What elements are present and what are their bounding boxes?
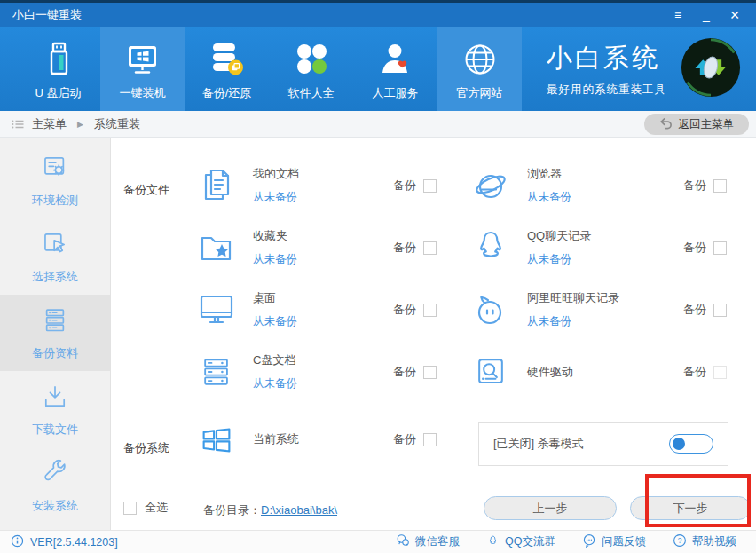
nav-tab-software[interactable]: 软件大全: [269, 27, 353, 111]
sidebar-item-download-file[interactable]: 下载文件: [0, 371, 110, 447]
windows-logo-icon: [195, 418, 238, 461]
backup-dir-label: 备份目录：: [203, 503, 261, 517]
antivirus-mode-box: [已关闭] 杀毒模式: [478, 422, 728, 466]
backup-checkbox[interactable]: [423, 366, 437, 379]
breadcrumb-separator-icon: ▶: [77, 120, 83, 129]
select-system-icon: [40, 229, 70, 262]
status-link-label: 微信客服: [415, 534, 460, 549]
svg-text:?: ?: [678, 536, 682, 545]
brand-subtitle: 最好用的系统重装工具: [547, 83, 666, 98]
backup-checkbox[interactable]: [713, 241, 727, 255]
env-check-icon: [40, 153, 70, 186]
item-subtitle: 从未备份: [253, 252, 297, 267]
list-menu-icon: [11, 117, 25, 131]
backup-label: 备份: [683, 240, 706, 256]
backup-label: 备份: [393, 364, 416, 380]
item-title: 收藏夹: [253, 228, 297, 244]
title-bar: 小白一键重装 ≡ _ ✕: [0, 0, 756, 27]
nav-tab-usb-boot[interactable]: U 盘启动: [16, 27, 100, 111]
brand-title: 小白系统: [547, 41, 666, 76]
browser-icon: [469, 164, 512, 207]
nav-tab-onekey-install[interactable]: 一键装机: [100, 27, 185, 111]
item-title: C盘文档: [253, 352, 297, 368]
file-section-label: 备份文件: [123, 182, 169, 198]
back-arrow-icon: [659, 116, 673, 132]
antivirus-toggle[interactable]: [669, 434, 713, 454]
backup-item-wangwang-chat: 阿里旺旺聊天记录从未备份 备份: [469, 285, 727, 335]
backup-label: 备份: [683, 178, 706, 194]
backup-item-current-system: 当前系统 备份: [195, 415, 437, 464]
wechat-support-link[interactable]: 微信客服: [396, 533, 460, 550]
c-drive-icon: [195, 351, 238, 393]
item-subtitle: 从未备份: [527, 252, 591, 267]
sidebar-item-label: 备份资料: [32, 345, 78, 361]
brand-logo-icon: [679, 36, 743, 103]
feedback-link[interactable]: 问题反馈: [582, 533, 646, 550]
next-step-button[interactable]: 下一步: [630, 496, 751, 520]
folder-star-icon: [195, 226, 238, 269]
nav-tab-backup-restore[interactable]: 备份/还原: [185, 27, 269, 111]
backup-checkbox[interactable]: [713, 179, 727, 193]
wechat-icon: [396, 533, 410, 550]
backup-checkbox[interactable]: [713, 304, 727, 317]
nav-tab-support[interactable]: 人工服务: [353, 27, 437, 111]
help-icon: ?: [673, 533, 687, 550]
select-all-label: 全选: [145, 500, 168, 516]
backup-label: 备份: [393, 240, 416, 256]
prev-step-button[interactable]: 上一步: [484, 496, 617, 520]
nav-tab-label: 人工服务: [373, 85, 419, 101]
step-sidebar: 环境检测 选择系统 备份资料 下载文件: [0, 138, 111, 530]
info-icon: [11, 534, 24, 550]
sidebar-item-backup-data[interactable]: 备份资料: [0, 295, 110, 371]
backup-label: 备份: [393, 178, 416, 194]
feedback-icon: [582, 533, 596, 550]
backup-item-qq-chat: QQ聊天记录从未备份 备份: [469, 223, 727, 273]
item-subtitle: 从未备份: [253, 314, 297, 329]
menu-icon[interactable]: ≡: [669, 6, 687, 24]
back-to-main-menu-button[interactable]: 返回主菜单: [644, 114, 750, 135]
qq-group-link[interactable]: QQ交流群: [486, 533, 555, 550]
backup-label: 备份: [393, 302, 416, 318]
window-title: 小白一键重装: [12, 7, 82, 23]
backup-checkbox[interactable]: [423, 241, 437, 255]
nav-tab-official-site[interactable]: 官方网站: [437, 27, 522, 111]
sidebar-item-install-system[interactable]: 安装系统: [0, 447, 110, 524]
install-system-icon: [40, 458, 70, 491]
backup-item-favorites: 收藏夹从未备份 备份: [195, 223, 437, 273]
backup-item-c-drive-docs: C盘文档从未备份 备份: [195, 347, 437, 397]
item-title: QQ聊天记录: [527, 228, 591, 244]
hardware-driver-icon: [469, 351, 512, 393]
close-icon[interactable]: ✕: [726, 6, 744, 24]
top-nav: U 盘启动 一键装机 备份/还原 软件大全 人工服务: [0, 27, 756, 111]
help-video-link[interactable]: ? 帮助视频: [673, 533, 736, 550]
qq-penguin-icon: [469, 226, 512, 269]
download-file-icon: [40, 382, 70, 415]
sidebar-item-label: 下载文件: [32, 422, 78, 438]
app-window: 小白一键重装 ≡ _ ✕ U 盘启动 一键装机 备份/还原: [0, 0, 756, 553]
item-title: 桌面: [253, 290, 297, 306]
backup-dir-link[interactable]: D:\xiaobai\bak\: [261, 503, 337, 517]
globe-icon: [461, 40, 500, 79]
backup-checkbox[interactable]: [713, 366, 727, 379]
item-subtitle: 从未备份: [253, 190, 299, 205]
sidebar-item-select-system[interactable]: 选择系统: [0, 218, 110, 295]
backup-label: 备份: [393, 431, 416, 447]
item-subtitle: 从未备份: [527, 314, 619, 329]
item-title: 硬件驱动: [527, 364, 573, 380]
minimize-icon[interactable]: _: [697, 6, 715, 24]
backup-checkbox[interactable]: [423, 433, 437, 446]
select-all-checkbox[interactable]: [123, 502, 137, 515]
version-label: VER[2.5.44.1203]: [30, 536, 118, 549]
breadcrumb-root[interactable]: 主菜单: [32, 116, 67, 132]
backup-item-desktop: 桌面从未备份 备份: [195, 285, 437, 335]
sidebar-item-env-check[interactable]: 环境检测: [0, 142, 110, 218]
backup-checkbox[interactable]: [423, 179, 437, 193]
antivirus-mode-label: [已关闭] 杀毒模式: [493, 436, 584, 452]
select-all-control: 全选: [123, 500, 168, 516]
backup-checkbox[interactable]: [423, 304, 437, 317]
backup-item-browser: 浏览器从未备份 备份: [469, 161, 727, 210]
backup-dir-line: 备份目录：D:\xiaobai\bak\: [203, 502, 337, 518]
nav-tab-label: 官方网站: [457, 85, 503, 101]
qq-icon: [486, 534, 500, 550]
nav-tab-label: 软件大全: [288, 85, 335, 101]
